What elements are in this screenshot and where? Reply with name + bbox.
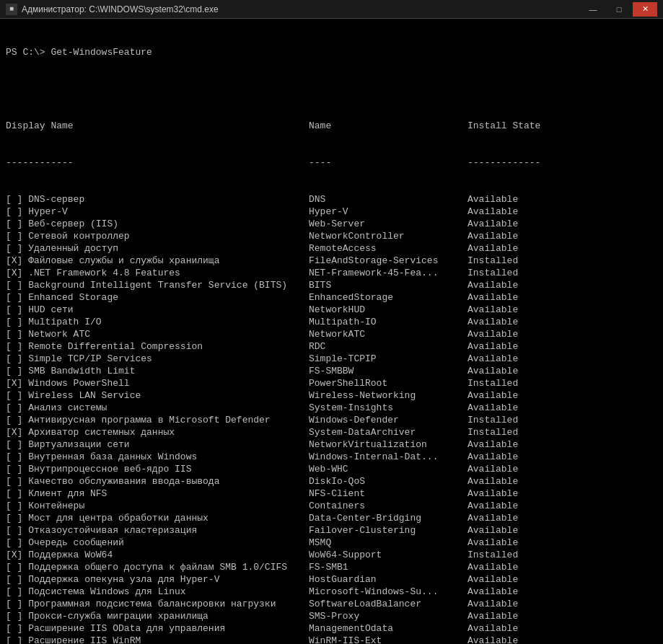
feature-state: Available [467, 610, 518, 622]
feature-state: Available [467, 304, 518, 316]
table-row: [ ] Отказоустойчивая кластеризацияFailov… [6, 524, 657, 537]
feature-name: NET-Framework-45-Fea... [309, 267, 467, 279]
feature-name: System-DataArchiver [309, 426, 467, 438]
feature-display-name: [ ] Поддержка опекуна узла для Hyper-V [6, 573, 309, 586]
table-row: [ ] Очередь сообщенийMSMQAvailable [6, 537, 657, 549]
feature-display-name: [ ] Качество обслуживания ввода-вывода [6, 475, 309, 488]
window-controls: — □ ✕ [581, 2, 657, 17]
feature-state: Available [467, 206, 518, 218]
feature-display-name: [ ] Отказоустойчивая кластеризация [6, 524, 309, 537]
feature-state: Installed [467, 426, 518, 438]
feature-state: Available [467, 635, 518, 644]
table-row: [ ] Виртуализации сетиNetworkVirtualizat… [6, 438, 657, 451]
feature-name: DNS [309, 193, 467, 206]
feature-name: SMS-Proxy [309, 610, 467, 622]
feature-state: Available [467, 389, 518, 402]
feature-display-name: [X] Windows PowerShell [6, 377, 309, 389]
separator-row: ----------------------------- [6, 156, 657, 169]
close-button[interactable]: ✕ [633, 2, 657, 17]
title-bar: ■ Администратор: C:\WINDOWS\system32\cmd… [0, 0, 663, 19]
sep-name: ---- [309, 156, 467, 169]
sep-state: ------------- [467, 156, 540, 169]
table-row: [ ] Внутрипроцессное веб-ядро IISWeb-WHC… [6, 463, 657, 475]
feature-display-name: [ ] HUD сети [6, 304, 309, 316]
table-row: [ ] Wireless LAN ServiceWireless-Network… [6, 389, 657, 402]
feature-name: Multipath-IO [309, 316, 467, 328]
feature-state: Available [467, 365, 518, 377]
feature-display-name: [ ] Внутрипроцессное веб-ядро IIS [6, 463, 309, 475]
feature-display-name: [ ] Мост для центра обработки данных [6, 512, 309, 524]
table-row: [ ] Внутренная база данных WindowsWindow… [6, 451, 657, 463]
table-row: [ ] Расширение IIS OData для управленияM… [6, 622, 657, 635]
table-row: [ ] Веб-сервер (IIS)Web-ServerAvailable [6, 218, 657, 230]
table-row: [ ] Мост для центра обработки данныхData… [6, 512, 657, 524]
feature-state: Available [467, 598, 518, 610]
table-row: [ ] Поддержка общего доступа к файлам SM… [6, 561, 657, 573]
minimize-button[interactable]: — [581, 2, 605, 17]
feature-display-name: [ ] Веб-сервер (IIS) [6, 218, 309, 230]
feature-display-name: [ ] Контейнеры [6, 500, 309, 512]
feature-state: Available [467, 586, 518, 598]
feature-list: [ ] DNS-серверDNSAvailable[ ] Hyper-VHyp… [6, 193, 657, 644]
feature-name: Wireless-Networking [309, 389, 467, 402]
feature-name: Web-WHC [309, 463, 467, 475]
feature-display-name: [ ] Подсистема Windows для Linux [6, 586, 309, 598]
feature-name: Hyper-V [309, 206, 467, 218]
feature-state: Available [467, 230, 518, 242]
feature-state: Available [467, 573, 518, 586]
feature-name: NetworkController [309, 230, 467, 242]
feature-display-name: [ ] Сетевой контроллер [6, 230, 309, 242]
feature-name: EnhancedStorage [309, 291, 467, 304]
header-name: Name [309, 120, 467, 132]
feature-display-name: [ ] Прокси-служба миграции хранилища [6, 610, 309, 622]
feature-display-name: [ ] Remote Differential Compression [6, 340, 309, 353]
table-row: [ ] DNS-серверDNSAvailable [6, 193, 657, 206]
feature-display-name: [ ] Программная подсистема балансировки … [6, 598, 309, 610]
feature-name: Data-Center-Bridging [309, 512, 467, 524]
maximize-button[interactable]: □ [607, 2, 631, 17]
table-row: [ ] Enhanced StorageEnhancedStorageAvail… [6, 291, 657, 304]
feature-state: Available [467, 291, 518, 304]
feature-state: Available [467, 279, 518, 291]
feature-name: RemoteAccess [309, 242, 467, 255]
table-row: [ ] Качество обслуживания ввода-выводаDi… [6, 475, 657, 488]
table-row: [X] Поддержка WoW64WoW64-SupportInstalle… [6, 549, 657, 561]
feature-state: Available [467, 340, 518, 353]
prompt-text: PS C:\> Get-WindowsFeature [6, 47, 152, 58]
feature-display-name: [ ] Виртуализации сети [6, 438, 309, 451]
feature-display-name: [ ] Расширение IIS OData для управления [6, 622, 309, 635]
feature-display-name: [ ] Очередь сообщений [6, 537, 309, 549]
table-row: [ ] SMB Bandwidth LimitFS-SMBBWAvailable [6, 365, 657, 377]
feature-state: Available [467, 316, 518, 328]
feature-state: Installed [467, 377, 518, 389]
feature-display-name: [X] .NET Framework 4.8 Features [6, 267, 309, 279]
feature-display-name: [ ] Hyper-V [6, 206, 309, 218]
feature-display-name: [X] Архиватор системных данных [6, 426, 309, 438]
table-row: [ ] Расширение IIS WinRMWinRM-IIS-ExtAva… [6, 635, 657, 644]
table-row: [ ] Remote Differential CompressionRDCAv… [6, 340, 657, 353]
feature-state: Available [467, 463, 518, 475]
feature-display-name: [ ] SMB Bandwidth Limit [6, 365, 309, 377]
header-display: Display Name [6, 120, 309, 132]
feature-display-name: [ ] Network ATC [6, 328, 309, 340]
feature-name: Microsoft-Windows-Su... [309, 586, 467, 598]
feature-state: Available [467, 475, 518, 488]
feature-state: Installed [467, 255, 518, 267]
sep-display: ------------ [6, 156, 309, 169]
feature-state: Available [467, 242, 518, 255]
table-row: [ ] Network ATCNetworkATCAvailable [6, 328, 657, 340]
feature-state: Available [467, 193, 518, 206]
table-row: [ ] Анализ системыSystem-InsightsAvailab… [6, 402, 657, 414]
feature-display-name: [ ] Удаленный доступ [6, 242, 309, 255]
feature-name: NFS-Client [309, 488, 467, 500]
table-row: [ ] Background Intelligent Transfer Serv… [6, 279, 657, 291]
feature-display-name: [ ] Multipath I/O [6, 316, 309, 328]
feature-display-name: [ ] Simple TCP/IP Services [6, 353, 309, 365]
feature-name: Windows-Internal-Dat... [309, 451, 467, 463]
feature-name: Failover-Clustering [309, 524, 467, 537]
feature-display-name: [ ] Клиент для NFS [6, 488, 309, 500]
table-row: [X] Архиватор системных данныхSystem-Dat… [6, 426, 657, 438]
feature-display-name: [ ] Wireless LAN Service [6, 389, 309, 402]
table-row: [ ] Прокси-служба миграции хранилищаSMS-… [6, 610, 657, 622]
feature-display-name: [ ] Внутренная база данных Windows [6, 451, 309, 463]
